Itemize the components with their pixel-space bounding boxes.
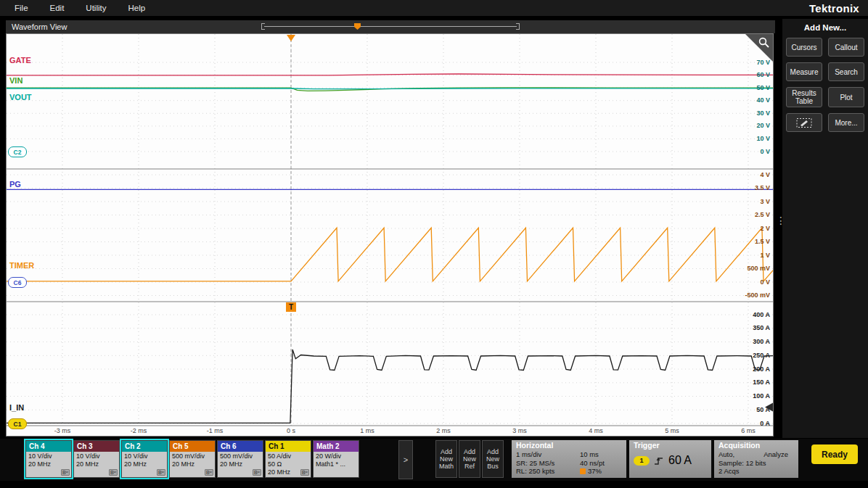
add-buttons-group: Add New Math Add New Ref Add New Bus xyxy=(435,440,504,478)
acquisition-mode: Auto, xyxy=(718,450,734,459)
channel-badge-ch5[interactable]: Ch 5 500 mV/div 20 MHz Bʷ xyxy=(169,440,216,478)
search-button[interactable]: Search xyxy=(828,62,864,81)
channel-badge-header: Ch 4 xyxy=(26,441,71,452)
channel-badge-header: Ch 5 xyxy=(170,441,215,452)
horizontal-record-length: RL: 250 kpts xyxy=(516,467,580,476)
acquisition-panel[interactable]: Acquisition Auto, Analyze Sample: 12 bit… xyxy=(714,440,798,478)
channel-badge-ch2[interactable]: Ch 2 10 V/div 20 MHz Bʷ xyxy=(121,440,168,478)
channel-bandwidth: 20 MHz xyxy=(28,460,69,468)
bandwidth-icon: Bʷ xyxy=(300,469,309,476)
channel-badge-ch3[interactable]: Ch 3 10 V/div 20 MHz Bʷ xyxy=(73,440,120,478)
rising-edge-icon xyxy=(654,456,664,466)
channel-bandwidth: 20 MHz xyxy=(124,460,165,468)
menu-edit[interactable]: Edit xyxy=(50,4,65,12)
add-new-bus-button[interactable]: Add New Bus xyxy=(482,440,504,478)
waveform-view-panel: Waveform View T 70 V60 V50 V40 V30 V20 V… xyxy=(6,20,775,435)
measure-button[interactable]: Measure xyxy=(786,62,822,81)
acquisition-title: Acquisition xyxy=(718,441,794,450)
waveform-view-title: Waveform View xyxy=(12,22,67,31)
settings-bar: Ch 4 10 V/div 20 MHz Bʷ Ch 3 10 V/div 20… xyxy=(0,439,868,481)
acquisition-analyze: Analyze xyxy=(763,450,788,459)
channel-bandwidth: 20 MHz xyxy=(220,460,261,468)
add-new-math-button[interactable]: Add New Math xyxy=(435,440,457,478)
waveform-plot[interactable]: T 70 V60 V50 V40 V30 V20 V10 V0 V4 V3.5 … xyxy=(6,33,774,437)
svg-text:T: T xyxy=(289,303,293,311)
bandwidth-icon: Bʷ xyxy=(61,469,70,476)
menu-file[interactable]: File xyxy=(15,4,28,12)
record-trigger-marker-icon[interactable] xyxy=(354,23,361,30)
tekscope-app: File Edit Utility Help Tektronix Wavefor… xyxy=(0,0,868,488)
channel-badge-ch4[interactable]: Ch 4 10 V/div 20 MHz Bʷ xyxy=(25,440,72,478)
expand-badges-button[interactable]: > xyxy=(398,440,413,479)
acquisition-sample: Sample: 12 bits xyxy=(718,459,766,468)
channel-scale: 10 V/div xyxy=(76,452,117,460)
channel-badge-header: Ch 3 xyxy=(74,441,119,452)
cursors-button[interactable]: Cursors xyxy=(786,38,822,57)
overview-line xyxy=(264,26,517,27)
add-new-ref-button[interactable]: Add New Ref xyxy=(459,440,480,478)
plot-button[interactable]: Plot xyxy=(828,87,864,107)
channel-badge-header: Ch 2 xyxy=(122,441,167,452)
acquisition-count: 2 Acqs xyxy=(718,467,740,476)
splitter-grip-icon[interactable]: ⋮ xyxy=(776,218,782,224)
channel-scale: 50 A/div xyxy=(268,452,308,460)
bandwidth-icon: Bʷ xyxy=(253,469,261,476)
trigger-position-icon xyxy=(580,468,586,474)
channel-scale: 500 mV/div xyxy=(172,452,213,460)
draw-mask-button[interactable] xyxy=(786,113,822,132)
horizontal-panel[interactable]: Horizontal 1 ms/div 10 ms SR: 25 MS/s 40… xyxy=(512,440,626,478)
bandwidth-icon: Bʷ xyxy=(109,469,118,476)
channel-badge-header: Ch 6 xyxy=(218,441,263,452)
horizontal-duration: 10 ms xyxy=(580,450,599,459)
channel-scale: 10 V/div xyxy=(28,452,69,460)
channel-termination: 50 Ω xyxy=(268,460,308,468)
channel-scale: 20 W/div xyxy=(316,452,356,460)
waveform-view-titlebar[interactable]: Waveform View xyxy=(6,20,775,33)
horizontal-title: Horizontal xyxy=(516,441,622,450)
bandwidth-icon: Bʷ xyxy=(157,469,165,476)
channel-badge-ch6[interactable]: Ch 6 500 mV/div 20 MHz Bʷ xyxy=(217,440,263,478)
trigger-title: Trigger xyxy=(634,441,707,450)
trigger-position-value: 37% xyxy=(588,467,602,476)
waveform-canvas[interactable]: T xyxy=(7,34,773,436)
trigger-source-badge[interactable]: 1 xyxy=(634,456,650,466)
menu-help[interactable]: Help xyxy=(128,4,145,12)
math-expression: Math1 * ... xyxy=(316,460,356,468)
channel-bandwidth: 20 MHz xyxy=(172,460,213,468)
channel-bandwidth: 20 MHz xyxy=(76,460,117,468)
tektronix-logo: Tektronix xyxy=(809,2,859,15)
channel-scale: 500 mV/div xyxy=(220,452,261,460)
callout-button[interactable]: Callout xyxy=(828,38,864,57)
horizontal-resolution: 40 ns/pt xyxy=(580,459,605,468)
horizontal-sample-rate: SR: 25 MS/s xyxy=(516,459,580,468)
trigger-level: 60 A xyxy=(668,454,692,467)
results-table-button[interactable]: Results Table xyxy=(786,87,822,107)
draw-mask-icon xyxy=(796,117,812,128)
channel-badge-header: Math 2 xyxy=(314,441,359,452)
trigger-panel[interactable]: Trigger 1 60 A xyxy=(629,440,711,478)
channel-badge-ch1[interactable]: Ch 1 50 A/div 50 Ω 20 MHz Bʷ xyxy=(265,440,311,478)
ready-status-button[interactable]: Ready xyxy=(811,444,858,464)
add-new-panel: Add New... Cursors Callout Measure Searc… xyxy=(782,19,868,438)
channel-badge-math2[interactable]: Math 2 20 W/div Math1 * ... xyxy=(313,440,359,478)
channel-badge-header: Ch 1 xyxy=(266,441,311,452)
channel-badges: Ch 4 10 V/div 20 MHz Bʷ Ch 3 10 V/div 20… xyxy=(25,440,359,478)
channel-scale: 10 V/div xyxy=(124,452,165,460)
horizontal-scale: 1 ms/div xyxy=(516,450,580,459)
overview-right-bracket xyxy=(516,23,520,30)
magnifier-icon[interactable] xyxy=(758,36,771,49)
menu-utility[interactable]: Utility xyxy=(86,4,106,12)
add-new-title: Add New... xyxy=(782,23,868,32)
record-overview-bar[interactable] xyxy=(261,23,520,30)
bandwidth-icon: Bʷ xyxy=(205,469,213,476)
more-button[interactable]: More... xyxy=(828,113,864,132)
add-new-grid: Cursors Callout Measure Search Results T… xyxy=(782,38,868,132)
menu-bar: File Edit Utility Help xyxy=(0,0,868,16)
